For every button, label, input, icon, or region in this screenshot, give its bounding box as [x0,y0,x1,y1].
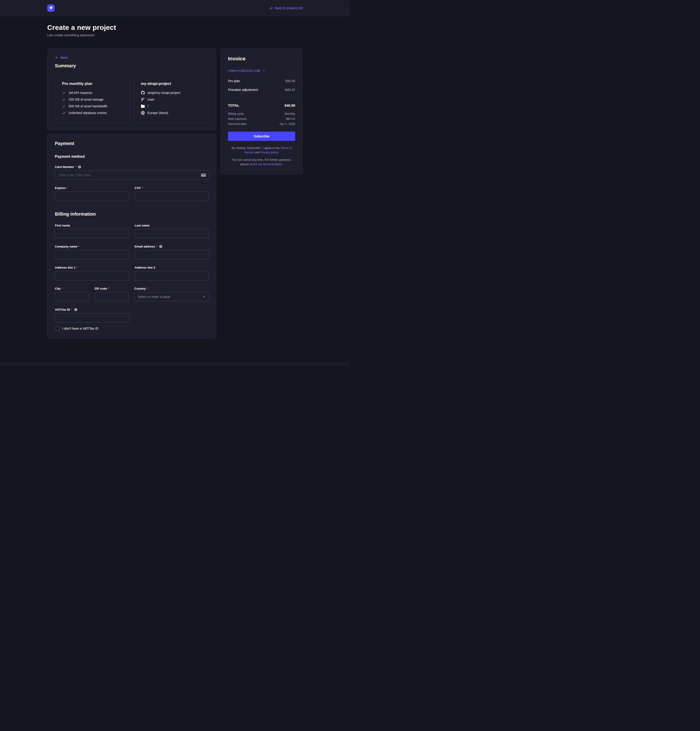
project-path: / [141,104,202,108]
expires-field: Expires* [55,186,129,201]
next-payment-row: Next payment $90.00 [228,117,295,120]
check-icon [62,98,66,101]
info-icon[interactable] [78,165,81,169]
plan-card: Pro monthly plan 1M API requests 250 GB … [55,75,130,123]
email-input[interactable] [135,250,209,259]
cvv-field: CVV* [135,186,209,201]
invoice-line: Pro plan $90.00 [228,79,295,83]
city-field: City* [55,287,89,301]
privacy-policy-link[interactable]: Privacy policy [260,151,278,154]
payment-method-title: Payment method [55,154,209,159]
card-number-label-text: Card Number [55,165,74,169]
vat-label: VAT/Tax ID [55,308,70,311]
invoice-line-label: Pro plan [228,79,240,83]
address2-label: Address line 2 [135,266,155,269]
discount-code-toggle[interactable]: I have a discount code [228,69,266,72]
legal-text-part: By clicking "Subscribe", I agree to the [232,147,281,150]
zip-field: ZIP code* [94,287,129,301]
next-payment-label: Next payment [228,117,247,120]
required-asterisk: * [78,245,79,248]
legal-text-part: and [254,151,260,154]
last-name-input[interactable] [135,229,209,238]
plan-feature: 250 GB of asset storage [62,98,123,101]
info-icon[interactable] [159,245,163,248]
required-asterisk: * [71,308,72,311]
cvv-input[interactable] [135,192,209,201]
required-asterisk: * [147,287,148,290]
cvv-label-text: CVV [135,186,141,190]
address1-input[interactable] [55,271,129,280]
company-input[interactable] [55,250,129,259]
discount-code-label: I have a discount code [228,69,260,72]
plan-feature-label: Unlimited database entries [69,111,107,115]
billing-cycle-value: Monthly [284,112,295,116]
project-card: my-strapi-project strapi/my-strapi-proje… [134,75,209,123]
required-asterisk: * [156,245,157,248]
top-navbar: Back to projects list [0,0,350,16]
check-icon [62,91,66,95]
info-icon[interactable] [74,308,78,311]
strapi-logo-icon[interactable] [47,4,54,12]
first-name-label: First name [55,224,70,227]
plan-feature-label: 1M API requests [69,91,93,95]
git-branch-icon [141,98,145,101]
subscribe-button[interactable]: Subscribe [228,132,295,141]
project-meta-list: strapi/my-strapi-project main / [141,91,202,115]
main-content: Create a new project Lets create somethi… [47,23,303,338]
cvv-label: CVV* [135,186,209,190]
project-region-label: Europe (West) [147,111,168,115]
project-repo: strapi/my-strapi-project [141,91,202,95]
plan-feature-label: 250 GB of asset storage [69,98,103,101]
zip-label: ZIP code [94,287,107,290]
plan-feature: 500 GB of asset bandwidth [62,104,123,108]
plan-title: Pro monthly plan [62,82,123,86]
plan-feature: Unlimited database entries [62,111,123,115]
address2-field: Address line 2 [135,266,209,280]
first-name-field: First name [55,224,129,238]
invoice-line: Proration adjustment -$49.42 [228,88,295,92]
zip-input[interactable] [94,292,129,301]
return-arrow-icon [269,6,273,10]
project-title: my-strapi-project [141,82,202,86]
plan-feature-label: 500 GB of asset bandwidth [69,104,107,108]
summary-title: Summary [55,63,209,69]
expires-input[interactable] [55,192,129,201]
last-name-field: Last name [135,224,209,238]
back-link[interactable]: Back [55,56,68,59]
check-icon [62,111,66,115]
country-select[interactable]: Select or enter a value [134,292,209,301]
payment-card: Payment Payment method Card Number* [47,133,216,338]
city-input[interactable] [55,292,89,301]
card-number-input[interactable] [55,170,209,180]
address2-input[interactable] [135,271,209,280]
github-icon [141,91,145,95]
vat-input[interactable] [55,313,129,323]
project-region: Europe (West) [141,111,202,115]
legal-terms-text: By clicking "Subscribe", I agree to the … [228,146,295,155]
caret-down-icon [203,295,205,298]
plan-feature: 1M API requests [62,91,123,95]
vat-checkbox[interactable] [55,326,59,331]
expires-label-text: Expires [55,186,66,190]
page-subtitle: Lets create something awesome! [47,33,303,37]
required-asterisk: * [67,186,68,190]
required-asterisk: * [108,287,109,290]
folder-icon [141,104,145,108]
country-field: Country* Select or enter a value [134,287,209,301]
invoice-panel: Invoice I have a discount code Pro plan … [221,48,303,175]
company-label: Company name [55,245,77,248]
vat-checkbox-row[interactable]: I don't have a VAT/Tax ID [55,326,209,331]
legal-cancel-text: You can cancel any time. For further gui… [228,158,295,167]
next-payment-value: $90.00 [286,117,295,120]
expires-label: Expires* [55,186,129,190]
email-label: Email address [135,245,155,248]
first-name-input[interactable] [55,229,129,238]
invoice-total-value: $40.58 [284,103,295,107]
footer-divider [0,363,350,366]
country-select-placeholder: Select or enter a value [138,295,170,299]
project-repo-label: strapi/my-strapi-project [147,91,180,95]
back-to-projects-link[interactable]: Back to projects list [269,6,303,10]
legal-text-part: . [278,151,279,154]
required-asterisk: * [142,186,143,190]
documentation-link[interactable]: check our documentation [250,163,282,166]
